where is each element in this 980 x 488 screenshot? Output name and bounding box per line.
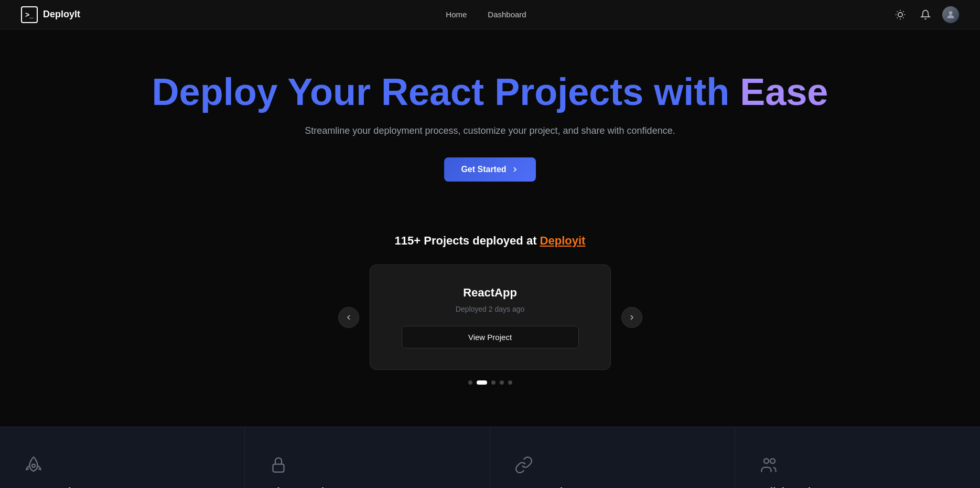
svg-line-7 — [897, 17, 898, 18]
nav-link-dashboard[interactable]: Dashboard — [488, 10, 526, 19]
hero-subtitle: Streamline your deployment process, cust… — [21, 125, 959, 136]
svg-point-0 — [898, 12, 902, 16]
projects-count: 115+ Projects deployed at Deployit — [21, 234, 959, 248]
feature-title-easy-deployment: Easy Deployment — [21, 486, 223, 488]
svg-line-4 — [903, 17, 903, 18]
feature-card-custom-slugs: Custom Slugs — [490, 427, 735, 488]
logo-icon: >_ — [21, 6, 38, 23]
nav-link-home[interactable]: Home — [446, 10, 467, 19]
carousel-next-button[interactable] — [621, 307, 642, 328]
svg-point-13 — [770, 459, 775, 463]
feature-card-private-projects: Private Projects — [245, 427, 490, 488]
carousel-dot-5[interactable] — [508, 380, 512, 385]
projects-section: 115+ Projects deployed at Deployit React… — [0, 213, 980, 395]
feature-title-collaboration: Collaboration — [756, 486, 959, 488]
carousel-dot-2[interactable] — [477, 380, 487, 385]
hero-title-text: Deploy Your React Projects with — [152, 71, 740, 113]
hero-section: Deploy Your React Projects with Ease Str… — [0, 29, 980, 213]
hero-title-highlight: Ease — [740, 71, 828, 113]
svg-line-3 — [897, 11, 898, 12]
view-project-button[interactable]: View Project — [402, 326, 579, 348]
feature-title-private-projects: Private Projects — [266, 486, 468, 488]
carousel-prev-button[interactable] — [338, 307, 359, 328]
svg-rect-11 — [273, 464, 284, 472]
carousel-dot-4[interactable] — [500, 380, 504, 385]
features-section: Easy Deployment Private Projects Custom … — [0, 427, 980, 488]
navbar-nav-links: Home Dashboard — [446, 10, 526, 19]
people-icon — [756, 452, 781, 478]
rocket-icon — [21, 452, 46, 478]
link-icon — [511, 452, 536, 478]
lock-icon — [266, 452, 291, 478]
carousel-dot-1[interactable] — [468, 380, 472, 385]
brand-link[interactable]: Deployit — [540, 234, 586, 247]
hero-title: Deploy Your React Projects with Ease — [21, 71, 959, 113]
carousel-dots — [21, 380, 959, 385]
carousel-card-subtitle: Deployed 2 days ago — [402, 305, 579, 313]
carousel-card: ReactApp Deployed 2 days ago View Projec… — [370, 264, 611, 370]
carousel: ReactApp Deployed 2 days ago View Projec… — [21, 264, 959, 370]
carousel-dot-3[interactable] — [491, 380, 496, 385]
logo-text: DeployIt — [43, 9, 80, 20]
navbar-logo-area: >_ DeployIt — [21, 6, 80, 23]
navbar-right-icons — [892, 6, 959, 23]
feature-card-collaboration: Collaboration — [735, 427, 980, 488]
theme-toggle-button[interactable] — [892, 6, 909, 23]
svg-point-9 — [949, 11, 953, 15]
carousel-card-title: ReactApp — [402, 286, 579, 300]
get-started-button[interactable]: Get Started — [444, 157, 535, 182]
svg-point-12 — [764, 459, 769, 463]
svg-line-8 — [903, 11, 903, 12]
svg-point-10 — [32, 464, 35, 468]
navbar: >_ DeployIt Home Dashboard — [0, 0, 980, 29]
notifications-button[interactable] — [917, 6, 934, 23]
feature-card-easy-deployment: Easy Deployment — [0, 427, 245, 488]
feature-title-custom-slugs: Custom Slugs — [511, 486, 714, 488]
user-avatar[interactable] — [942, 6, 959, 23]
